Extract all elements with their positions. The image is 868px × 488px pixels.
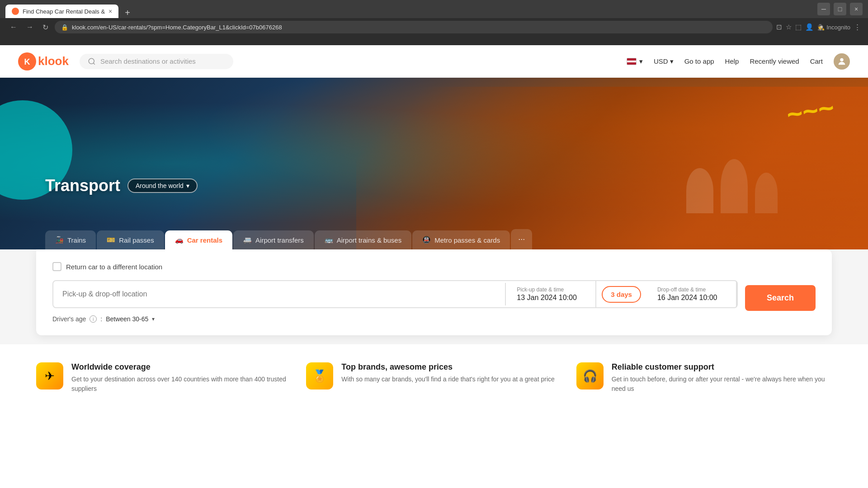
currency-selector[interactable]: USD ▾ — [654, 57, 674, 66]
worldwide-icon-wrap: ✈ — [36, 362, 63, 389]
lang-arrow: ▾ — [639, 57, 643, 66]
airport-transfer-icon: 🚐 — [243, 236, 252, 244]
feature-support-desc: Get in touch before, during or after you… — [612, 375, 832, 394]
search-placeholder-text: Search destinations or activities — [100, 57, 196, 65]
support-icon-wrap: 🎧 — [576, 362, 604, 389]
return-location-label: Return car to a different location — [66, 263, 162, 271]
hero-content: Transport Around the world ▾ — [45, 176, 198, 200]
cast-icon[interactable]: ⊡ — [776, 23, 782, 31]
user-avatar[interactable] — [834, 53, 850, 70]
dropoff-date-label: Drop-off date & time — [657, 286, 725, 293]
avatar-icon — [837, 56, 847, 66]
feature-top-brands-desc: With so many car brands, you'll find a r… — [341, 375, 554, 384]
incognito-icon: 🕵 — [817, 24, 825, 31]
dropoff-date-area[interactable]: Drop-off date & time 16 Jan 2024 10:00 — [646, 281, 737, 307]
refresh-button[interactable]: ↻ — [40, 21, 51, 33]
svg-line-3 — [93, 63, 94, 64]
back-button[interactable]: ← — [7, 21, 20, 33]
lock-icon: 🔒 — [61, 24, 68, 31]
driver-age-value: Between 30-65 — [106, 315, 148, 323]
feature-support-content: Reliable customer support Get in touch b… — [612, 362, 832, 394]
rail-pass-icon: 🎫 — [107, 236, 115, 244]
address-bar[interactable]: 🔒 klook.com/en-US/car-rentals/?spm=Home.… — [55, 21, 773, 33]
tab-close-button[interactable]: × — [108, 8, 112, 15]
pickup-date-label: Pick-up date & time — [517, 286, 585, 293]
us-flag-icon — [627, 58, 637, 65]
feature-top-brands: 🏅 Top brands, awesome prices With so man… — [306, 362, 561, 394]
cart-link[interactable]: Cart — [810, 57, 823, 65]
tab-favicon — [12, 8, 19, 15]
tab-rail-passes[interactable]: 🎫 Rail passes — [97, 230, 164, 249]
search-bar[interactable]: Search destinations or activities — [80, 54, 233, 69]
driver-age-info-icon[interactable]: i — [90, 315, 97, 323]
help-link[interactable]: Help — [725, 57, 739, 65]
search-icon — [88, 57, 96, 66]
search-fields-row: Pick-up date & time 13 Jan 2024 10:00 3 … — [52, 280, 738, 308]
tab-metro-passes[interactable]: 🚇 Metro passes & cards — [412, 230, 510, 249]
feature-support-title: Reliable customer support — [612, 362, 832, 372]
forward-button[interactable]: → — [24, 21, 36, 33]
site-header: K klook Search destinations or activitie… — [0, 45, 868, 78]
browser-chrome: Find Cheap Car Rental Deals & × + ─ □ × … — [0, 0, 868, 45]
transport-tabs-container: 🚂 Trains 🎫 Rail passes 🚗 Car rentals 🚐 A… — [45, 229, 868, 249]
tab-more-button[interactable]: ··· — [511, 229, 532, 249]
browser-top-bar: Find Cheap Car Rental Deals & × + ─ □ × — [0, 0, 868, 18]
location-input-area[interactable] — [53, 283, 506, 305]
tab-airport-trains[interactable]: 🚌 Airport trains & buses — [315, 230, 411, 249]
menu-icon[interactable]: ⋮ — [854, 23, 861, 31]
profile-icon[interactable]: 👤 — [805, 23, 814, 31]
features-section: ✈ Worldwide coverage Get to your destina… — [0, 344, 868, 412]
feature-top-brands-content: Top brands, awesome prices With so many … — [341, 362, 554, 384]
worldwide-icon: ✈ — [45, 369, 55, 383]
car-icon: 🚗 — [175, 236, 184, 244]
bookmark-icon[interactable]: ☆ — [786, 23, 792, 31]
active-tab[interactable]: Find Cheap Car Rental Deals & × — [5, 5, 118, 18]
klook-logo[interactable]: K klook — [18, 52, 69, 70]
top-brands-icon-wrap: 🏅 — [306, 362, 333, 389]
search-panel: Return car to a different location Pick-… — [36, 249, 832, 335]
hero-title: Transport — [45, 176, 120, 195]
location-input[interactable] — [62, 290, 496, 298]
sidebar-icon[interactable]: ⬚ — [795, 23, 802, 31]
recently-viewed-link[interactable]: Recently viewed — [750, 57, 799, 65]
location-filter-button[interactable]: Around the world ▾ — [127, 178, 198, 193]
svg-point-2 — [89, 58, 94, 64]
header-right: ▾ USD ▾ Go to app Help Recently viewed C… — [627, 53, 850, 70]
url-text: klook.com/en-US/car-rentals/?spm=Home.Ca… — [72, 24, 282, 31]
language-selector[interactable]: ▾ — [627, 57, 643, 66]
support-icon: 🎧 — [583, 369, 597, 383]
go-to-app-link[interactable]: Go to app — [684, 57, 714, 65]
top-brands-icon: 🏅 — [312, 369, 327, 383]
hero-section: ~~~ Transport Around the world ▾ 🚂 Train… — [0, 78, 868, 249]
tab-title: Find Cheap Car Rental Deals & — [23, 8, 105, 15]
pickup-date-value: 13 Jan 2024 10:00 — [517, 294, 585, 302]
feature-worldwide-desc: Get to your destination across over 140 … — [71, 375, 292, 394]
transport-tabs: 🚂 Trains 🎫 Rail passes 🚗 Car rentals 🚐 A… — [45, 229, 868, 249]
driver-age-row: Driver's age i : Between 30-65 ▾ — [52, 315, 816, 323]
search-fields-wrapper: Pick-up date & time 13 Jan 2024 10:00 3 … — [52, 280, 816, 315]
new-tab-button[interactable]: + — [122, 8, 133, 18]
close-window-button[interactable]: × — [850, 3, 863, 15]
return-location-row: Return car to a different location — [52, 262, 816, 271]
minimize-button[interactable]: ─ — [817, 3, 830, 15]
browser-action-buttons: ⊡ ☆ ⬚ 👤 🕵 Incognito ⋮ — [776, 23, 861, 31]
search-button[interactable]: Search — [745, 285, 816, 311]
svg-text:K: K — [24, 57, 30, 66]
dropoff-date-value: 16 Jan 2024 10:00 — [657, 294, 725, 302]
driver-age-chevron-icon[interactable]: ▾ — [152, 316, 155, 322]
address-bar-row: ← → ↻ 🔒 klook.com/en-US/car-rentals/?spm… — [0, 18, 868, 36]
feature-support: 🎧 Reliable customer support Get in touch… — [576, 362, 832, 394]
feature-worldwide-title: Worldwide coverage — [71, 362, 292, 372]
pickup-date-area[interactable]: Pick-up date & time 13 Jan 2024 10:00 — [506, 281, 596, 307]
return-location-checkbox[interactable] — [52, 262, 61, 271]
logo-text: klook — [38, 54, 69, 68]
tab-car-rentals[interactable]: 🚗 Car rentals — [165, 230, 232, 249]
maximize-button[interactable]: □ — [834, 3, 846, 15]
feature-worldwide-content: Worldwide coverage Get to your destinati… — [71, 362, 292, 394]
days-badge[interactable]: 3 days — [602, 286, 641, 303]
tab-trains[interactable]: 🚂 Trains — [45, 230, 96, 249]
metro-icon: 🚇 — [422, 236, 431, 244]
tab-airport-transfers[interactable]: 🚐 Airport transfers — [233, 230, 314, 249]
incognito-button[interactable]: 🕵 Incognito — [817, 24, 850, 31]
airport-train-icon: 🚌 — [325, 236, 333, 244]
